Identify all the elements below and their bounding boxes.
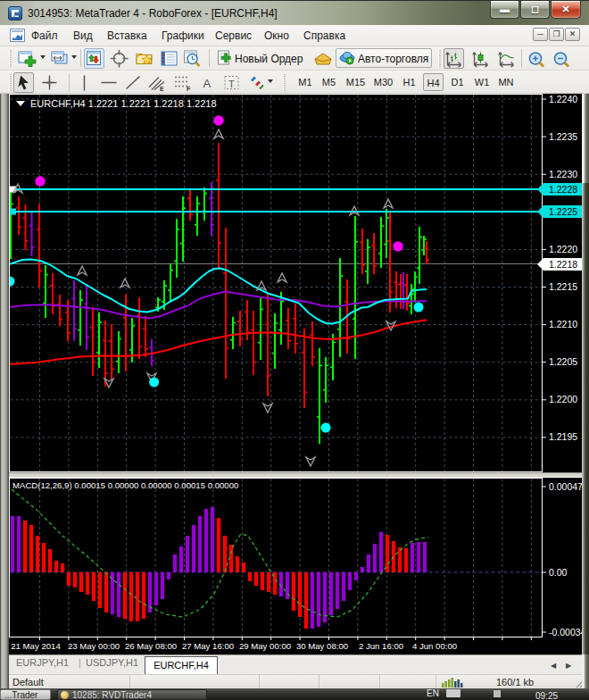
svg-text:1.2225: 1.2225	[549, 206, 577, 217]
svg-text:EURCHF,H4 1.2221 1.2221 1.221: EURCHF,H4 1.2221 1.2221 1.2218 1.2218	[30, 98, 217, 109]
svg-text:1.2218: 1.2218	[549, 259, 577, 270]
svg-text:1.2215: 1.2215	[549, 281, 577, 292]
svg-text:26 May 08:00: 26 May 08:00	[125, 641, 177, 651]
svg-text:E: E	[160, 85, 164, 91]
svg-text:1.2200: 1.2200	[549, 394, 577, 404]
svg-text:4 Jun 00:00: 4 Jun 00:00	[412, 641, 457, 651]
svg-text:T: T	[228, 78, 235, 88]
svg-text:1.2230: 1.2230	[549, 169, 577, 179]
svg-text:-0.00034: -0.00034	[549, 627, 585, 638]
svg-text:1.2240: 1.2240	[549, 94, 577, 104]
svg-text:F: F	[187, 85, 191, 91]
svg-text:23 May 00:00: 23 May 00:00	[68, 641, 120, 651]
svg-text:0.00: 0.00	[549, 567, 568, 578]
svg-text:21 May 2014: 21 May 2014	[11, 641, 61, 651]
svg-text:30 May 08:00: 30 May 08:00	[296, 641, 348, 651]
svg-text:1.2210: 1.2210	[549, 319, 577, 329]
svg-text:2 Jun 16:00: 2 Jun 16:00	[359, 641, 403, 651]
svg-text:1.2205: 1.2205	[549, 356, 577, 367]
svg-text:27 May 16:00: 27 May 16:00	[182, 641, 234, 651]
svg-text:1.2195: 1.2195	[549, 431, 577, 442]
svg-text:29 May 00:00: 29 May 00:00	[239, 641, 291, 651]
svg-text:1.2235: 1.2235	[549, 131, 577, 142]
svg-text:A: A	[203, 76, 211, 89]
svg-text:1.2220: 1.2220	[549, 244, 577, 254]
svg-text:1.2228: 1.2228	[549, 184, 577, 195]
svg-text:MACD(12,26,9) 0.00015 0.00000: MACD(12,26,9) 0.00015 0.00000 0.00000 0.…	[12, 480, 238, 490]
svg-text:0.00047: 0.00047	[549, 481, 583, 492]
